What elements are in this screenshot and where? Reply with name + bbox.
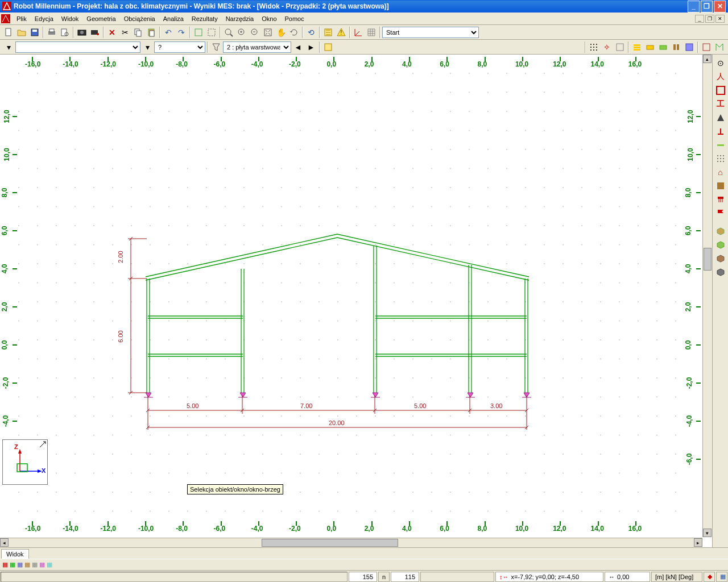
selection-mode-button[interactable]: [205, 26, 218, 39]
print-preview-button[interactable]: [59, 26, 71, 39]
zoom-fit-button[interactable]: [262, 26, 274, 39]
layers2-button[interactable]: [644, 41, 656, 53]
menu-rezultaty[interactable]: Rezultaty: [188, 14, 222, 24]
screenshot-button[interactable]: [76, 26, 88, 39]
mdi-close-button[interactable]: ✕: [715, 15, 725, 23]
box2-icon[interactable]: [714, 239, 727, 251]
load-define-icon[interactable]: [714, 193, 727, 206]
calculate-button[interactable]: [322, 26, 334, 39]
layers3-button[interactable]: [657, 41, 669, 53]
rotate-button[interactable]: [288, 26, 300, 39]
menu-pomoc[interactable]: Pomoc: [281, 14, 308, 24]
view-tab[interactable]: Widok: [1, 549, 29, 559]
frame-tool-icon[interactable]: ⌂: [714, 166, 727, 178]
display2-button[interactable]: [713, 41, 726, 53]
svg-point-28: [596, 44, 597, 45]
status-icon[interactable]: ▦: [17, 561, 23, 568]
edit-mode-button[interactable]: [192, 26, 205, 39]
bar-selection-combo[interactable]: ?: [154, 41, 205, 53]
new-button[interactable]: [2, 26, 15, 39]
menu-widok[interactable]: Widok: [57, 14, 83, 24]
selection-dropdown-icon[interactable]: ▾: [2, 41, 15, 53]
menu-geometria[interactable]: Geometria: [82, 14, 119, 24]
pan-button[interactable]: ✋: [275, 26, 287, 39]
canvas-viewport[interactable]: -16,0-14,0-12,0-10,0-8,0-6,0-4,0-2,00,02…: [0, 55, 712, 547]
node-selection-combo[interactable]: [15, 41, 140, 53]
undo-button[interactable]: ↶: [162, 26, 175, 39]
copy-button[interactable]: [132, 26, 144, 39]
screenshot-add-button[interactable]: [89, 26, 101, 39]
menu-analiza[interactable]: Analiza: [159, 14, 188, 24]
scroll-right-button[interactable]: ▸: [694, 538, 702, 547]
warn-button[interactable]: !: [335, 26, 348, 39]
gizmo-handle-icon[interactable]: [39, 441, 46, 448]
axis-gizmo[interactable]: Z X: [2, 439, 48, 485]
flag-icon[interactable]: [714, 207, 727, 219]
status-grid-icon[interactable]: ▦: [716, 572, 727, 582]
scroll-h-thumb[interactable]: [262, 539, 398, 547]
print-button[interactable]: [46, 26, 58, 39]
menu-edycja[interactable]: Edycja: [31, 14, 57, 24]
redo-button[interactable]: ↷: [175, 26, 188, 39]
layers4-button[interactable]: [670, 41, 682, 53]
manager-button[interactable]: [322, 41, 334, 53]
layers5-button[interactable]: [683, 41, 696, 53]
vertical-scrollbar[interactable]: ▴ ▾: [702, 55, 712, 537]
load-case-combo[interactable]: 2 : płyta warstwowa: [223, 41, 291, 53]
horizontal-scrollbar[interactable]: ◂ ▸: [0, 538, 702, 547]
paste-button[interactable]: [145, 26, 158, 39]
scroll-v-thumb[interactable]: [704, 248, 712, 271]
status-icon[interactable]: ▦: [47, 561, 52, 568]
minimize-button[interactable]: _: [688, 1, 700, 13]
zoom-out-button[interactable]: [249, 26, 261, 39]
open-button[interactable]: [15, 26, 28, 39]
selection-dropdown2-icon[interactable]: ▾: [141, 41, 154, 53]
scroll-up-button[interactable]: ▴: [703, 55, 712, 63]
axes-button[interactable]: [352, 26, 365, 39]
layout-selector[interactable]: Start: [382, 27, 479, 38]
status-icon[interactable]: ▦: [32, 561, 38, 568]
box1-icon[interactable]: [714, 225, 727, 238]
snap-grid-button[interactable]: [614, 41, 626, 53]
section-tool-icon[interactable]: 工: [714, 98, 727, 110]
maximize-button[interactable]: ❐: [701, 1, 713, 13]
status-icon[interactable]: ▦: [10, 561, 15, 568]
zoom-window-button[interactable]: [222, 26, 235, 39]
snap-settings-icon[interactable]: ⊙: [714, 57, 727, 69]
filter-button[interactable]: [210, 41, 222, 53]
bar-tool-icon[interactable]: [714, 84, 727, 97]
status-icon[interactable]: ▦: [39, 561, 45, 568]
close-button[interactable]: ✕: [714, 1, 726, 13]
status-icon[interactable]: ▦: [2, 561, 8, 568]
box3-icon[interactable]: [714, 252, 727, 265]
save-button[interactable]: [28, 26, 41, 39]
svg-rect-90: [717, 86, 725, 94]
mdi-restore-button[interactable]: ❐: [705, 15, 714, 23]
status-icon[interactable]: ▦: [24, 561, 30, 568]
load-case-icon[interactable]: [714, 180, 727, 192]
grid-toggle-button[interactable]: [365, 26, 378, 39]
menu-plik[interactable]: Plik: [13, 14, 31, 24]
release-tool-icon[interactable]: [714, 139, 727, 151]
support-tool-icon[interactable]: [714, 125, 727, 138]
scroll-left-button[interactable]: ◂: [0, 538, 9, 547]
dots-grid-icon[interactable]: [588, 41, 600, 53]
menu-narzedzia[interactable]: Narzędzia: [222, 14, 258, 24]
zoom-in-button[interactable]: [235, 26, 248, 39]
snap-node-button[interactable]: ✧: [601, 41, 613, 53]
grid-dots-icon[interactable]: [714, 152, 727, 165]
scroll-down-button[interactable]: ▾: [703, 529, 712, 537]
display1-button[interactable]: [700, 41, 713, 53]
material-tool-icon[interactable]: [714, 111, 727, 124]
layers1-button[interactable]: [631, 41, 643, 53]
mdi-minimize-button[interactable]: _: [695, 15, 704, 23]
menu-obciazenia[interactable]: Obciążenia: [120, 14, 159, 24]
case-prev-button[interactable]: ◄: [292, 41, 304, 53]
delete-button[interactable]: ✕: [106, 26, 118, 39]
cut-button[interactable]: ✂: [119, 26, 131, 39]
node-tool-icon[interactable]: 人: [714, 70, 727, 83]
menu-okno[interactable]: Okno: [258, 14, 280, 24]
case-next-button[interactable]: ►: [305, 41, 317, 53]
view-prev-button[interactable]: ⟲: [305, 26, 317, 39]
box4-icon[interactable]: [714, 266, 727, 278]
